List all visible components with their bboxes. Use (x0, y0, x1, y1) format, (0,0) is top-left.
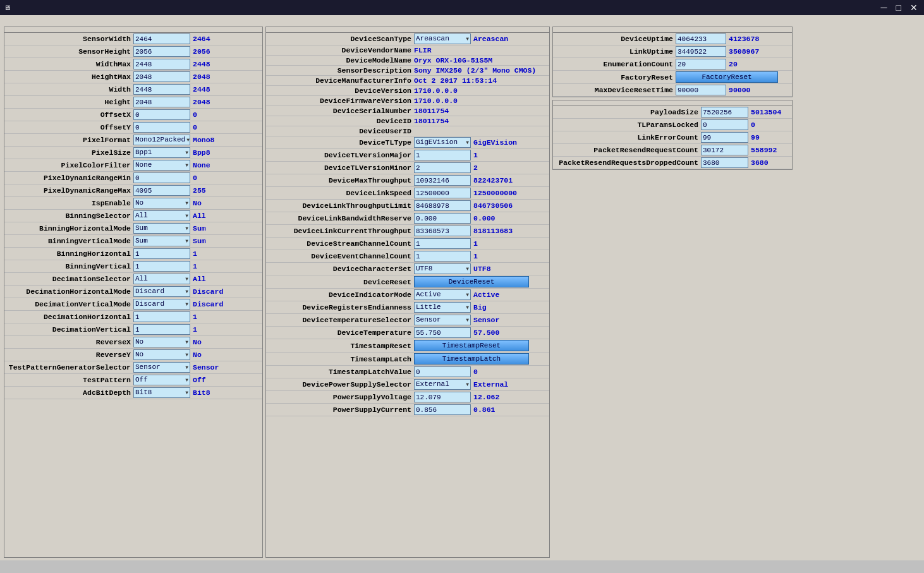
minimize-button[interactable]: ─ (878, 3, 890, 13)
table-row: DecimationVertical11 (4, 323, 262, 336)
maximize-button[interactable]: □ (894, 3, 904, 13)
field-input[interactable]: 0.856 (414, 404, 471, 415)
table-row: DeviceID18011754 (266, 116, 549, 126)
field-input[interactable]: 1 (133, 248, 190, 259)
field-input[interactable]: Sensor▼ (133, 362, 190, 373)
field-value: 99 (751, 133, 760, 142)
device-control1-panel: DeviceScanTypeAreascan▼AreascanDeviceVen… (265, 27, 550, 558)
devicereset-button[interactable]: DeviceReset (414, 276, 529, 287)
field-input[interactable]: 2448 (133, 84, 190, 95)
field-input[interactable]: 1 (133, 324, 190, 335)
field-input[interactable]: 90000 (676, 85, 726, 95)
table-row: DeviceVendorNameFLIR (266, 45, 549, 56)
field-input[interactable]: 30172 (701, 145, 748, 155)
table-row: SensorWidth24642464 (4, 33, 262, 45)
table-row: OffsetY00 (4, 121, 262, 134)
field-input[interactable]: Mono12Packed▼ (133, 135, 190, 145)
field-input[interactable]: 3449522 (676, 46, 726, 57)
field-input[interactable]: 1 (414, 150, 471, 160)
field-input[interactable]: 55.750 (414, 327, 471, 338)
field-input[interactable]: Bit8▼ (133, 387, 190, 398)
field-value: None (193, 161, 210, 169)
field-label: ReverseX (7, 338, 133, 346)
field-input[interactable]: 12.079 (414, 392, 471, 402)
field-input[interactable]: 1 (414, 238, 471, 249)
table-row: PowerSupplyVoltage12.07912.062 (266, 391, 549, 404)
field-input[interactable]: Little▼ (414, 302, 471, 313)
field-label: LinkUptime (556, 47, 676, 56)
field-input[interactable]: None▼ (133, 160, 190, 171)
field-label: Height (7, 98, 133, 106)
field-input[interactable]: 0.000 (414, 213, 471, 224)
field-input[interactable]: 1 (414, 251, 471, 262)
field-input[interactable]: Bpp1▼ (133, 147, 190, 158)
chevron-down-icon: ▼ (466, 289, 469, 300)
field-input[interactable]: Discard▼ (133, 299, 190, 310)
field-input[interactable]: UTF8▼ (414, 263, 471, 274)
field-input[interactable]: Active▼ (414, 289, 471, 300)
field-input[interactable]: All▼ (133, 274, 190, 284)
chevron-down-icon: ▼ (185, 147, 188, 158)
field-input[interactable]: 0 (701, 119, 748, 130)
field-input[interactable]: 2056 (133, 46, 190, 57)
field-input[interactable]: 2 (414, 162, 471, 173)
close-button[interactable]: ✕ (908, 3, 920, 13)
field-label: DeviceCharacterSet (269, 265, 414, 273)
chevron-down-icon: ▼ (186, 135, 190, 145)
field-input[interactable]: 2448 (133, 59, 190, 69)
field-input[interactable]: 1 (133, 261, 190, 272)
field-value: Off (193, 376, 206, 384)
field-input[interactable]: 12500000 (414, 188, 471, 198)
field-input[interactable]: 1 (133, 311, 190, 322)
timestampreset-button[interactable]: TimestampReset (414, 340, 529, 351)
field-input[interactable]: 0 (133, 109, 190, 120)
field-input[interactable]: 10932146 (414, 175, 471, 186)
field-input[interactable]: 0 (133, 122, 190, 133)
field-label: DeviceMaxThroughput (269, 176, 414, 184)
field-label: DeviceVersion (269, 87, 414, 95)
chevron-down-icon: ▼ (185, 236, 188, 246)
field-input[interactable]: 0 (133, 172, 190, 183)
field-input[interactable]: Off▼ (133, 375, 190, 385)
field-input[interactable]: Sensor▼ (414, 315, 471, 325)
field-input[interactable]: Discard▼ (133, 286, 190, 297)
field-value: 846730506 (473, 202, 513, 210)
field-input[interactable]: GigEVision▼ (414, 137, 471, 148)
table-row: TimestampLatchTimestampLatch (266, 353, 549, 366)
field-input[interactable]: No▼ (133, 198, 190, 208)
field-input[interactable]: 20 (676, 59, 726, 69)
field-input[interactable]: 0 (414, 366, 471, 377)
table-row: ReverseXNo▼No (4, 336, 262, 349)
field-input[interactable]: 4064233 (676, 33, 726, 44)
field-label: PowerSupplyCurrent (269, 406, 414, 414)
field-input[interactable]: No▼ (133, 337, 190, 347)
field-input[interactable]: Sum▼ (133, 223, 190, 234)
field-input[interactable]: All▼ (133, 210, 190, 221)
field-input[interactable]: 83368573 (414, 226, 471, 236)
field-input[interactable]: 99 (701, 132, 748, 143)
timestamplatch-button[interactable]: TimestampLatch (414, 353, 529, 365)
field-input[interactable]: 3680 (701, 157, 748, 168)
field-value: Bit8 (193, 389, 210, 397)
field-input[interactable]: External▼ (414, 379, 471, 390)
field-input[interactable]: 2048 (133, 71, 190, 82)
field-value: 1250000000 (473, 189, 517, 197)
field-input[interactable]: 4095 (133, 185, 190, 196)
table-row: Width24482448 (4, 83, 262, 96)
field-input[interactable]: 84688978 (414, 200, 471, 211)
factoryreset-button[interactable]: FactoryReset (676, 71, 778, 83)
field-input[interactable]: Areascan▼ (414, 33, 471, 44)
table-row: TLParamsLocked00 (553, 119, 792, 131)
field-value: Bpp8 (193, 148, 210, 157)
field-value: 0 (193, 123, 197, 131)
field-value: Discard (193, 300, 223, 308)
field-label: DeviceManufacturerInfo (269, 76, 414, 85)
field-input[interactable]: No▼ (133, 349, 190, 360)
field-static-value: 1710.0.0.0 (414, 97, 458, 105)
field-input[interactable]: 7520256 (701, 107, 748, 118)
field-value: GigEVision (473, 138, 517, 147)
field-input[interactable]: Sum▼ (133, 236, 190, 246)
field-input[interactable]: 2048 (133, 97, 190, 107)
field-input[interactable]: 2464 (133, 33, 190, 44)
field-static-value: Oryx ORX-10G-51S5M (414, 56, 492, 64)
